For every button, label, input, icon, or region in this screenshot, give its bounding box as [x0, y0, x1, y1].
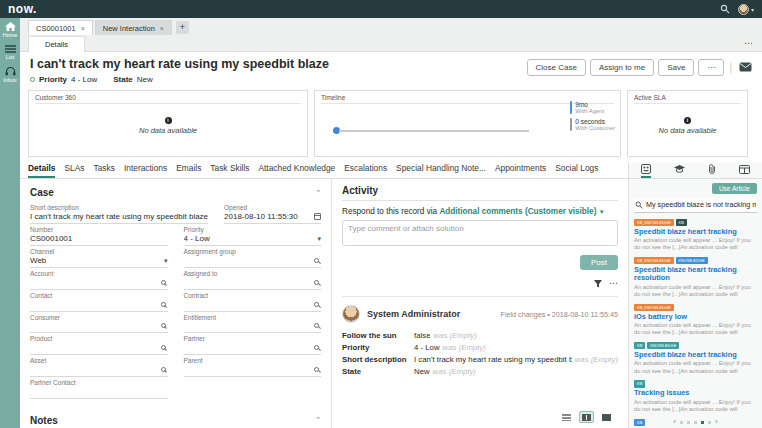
article-snippet: An activation code will appear ... Enjoy…	[634, 322, 757, 337]
split-view-button[interactable]	[579, 411, 594, 423]
form-field[interactable]: Short description I can't track my heart…	[30, 202, 208, 224]
form-field[interactable]: Entitlement	[184, 312, 322, 334]
sidebar-item-list[interactable]: List	[0, 45, 20, 60]
caret-icon[interactable]	[164, 256, 168, 265]
assist-search-box[interactable]: My speedbit blaze is not tracking my hea…	[634, 198, 757, 213]
record-section-tab[interactable]: Details	[28, 163, 55, 178]
tab-agent-assist[interactable]	[641, 163, 651, 178]
global-search-icon[interactable]	[720, 4, 730, 14]
article-title-link[interactable]: Speedbit blaze heart tracking	[634, 351, 757, 360]
top-bar: now. ▾	[0, 0, 762, 18]
record-section-tab[interactable]: Escalations	[344, 163, 387, 178]
search-icon[interactable]	[161, 323, 166, 328]
record-section-tab[interactable]: Tasks	[94, 163, 115, 178]
servicenow-logo: now.	[8, 2, 37, 16]
activity-stream: Activity Respond to this record via Addi…	[332, 179, 628, 428]
layout-toggles	[559, 411, 614, 423]
sidebar-item-home[interactable]: Home	[0, 22, 20, 38]
form-field[interactable]: Consumer	[30, 312, 168, 334]
article-title-link[interactable]: Speedbit blaze heart tracking resolution	[634, 266, 757, 283]
close-case-button[interactable]: Close Case	[527, 59, 586, 76]
save-button[interactable]: Save	[658, 59, 694, 76]
form-field[interactable]: Priority 4 - Low	[184, 224, 322, 246]
close-tab-icon[interactable]: ×	[160, 25, 164, 32]
knowledge-article[interactable]: KB Tracking issues An activation code wi…	[634, 380, 757, 413]
email-icon	[739, 62, 752, 72]
form-field[interactable]: Channel Web	[30, 246, 168, 268]
calendar-icon[interactable]	[314, 213, 321, 220]
search-icon[interactable]	[161, 345, 166, 350]
tab-attachments[interactable]	[708, 163, 716, 178]
form-field[interactable]: Partner Contact	[30, 377, 168, 399]
form-field[interactable]: Assignment group	[184, 246, 322, 268]
subtab-details[interactable]: Details	[28, 36, 85, 52]
caret-icon[interactable]	[317, 234, 321, 243]
form-field[interactable]: Opened 2018-08-10 11:55:30	[224, 202, 321, 224]
knowledge-article[interactable]: KB_KNOWLEDGEKNOWLEDGE Speedbit blaze hea…	[634, 257, 757, 299]
use-article-button[interactable]: Use Article	[712, 183, 757, 194]
stream-options-button[interactable]: ⋯	[609, 281, 618, 286]
search-icon[interactable]	[314, 302, 319, 307]
form-field[interactable]: Contract	[184, 290, 322, 312]
article-title-link[interactable]: Speedbit blaze heart tracking	[634, 228, 757, 237]
knowledge-article[interactable]: KBKNOWLEDGE Speedbit blaze heart trackin…	[634, 342, 757, 375]
search-icon[interactable]	[314, 323, 319, 328]
record-section-tab[interactable]: Social Logs	[555, 163, 598, 178]
form-field[interactable]: Contact	[30, 290, 168, 312]
comment-input[interactable]	[342, 220, 618, 246]
form-field[interactable]: Product	[30, 333, 168, 355]
search-icon[interactable]	[161, 367, 166, 372]
assist-search-input[interactable]: My speedbit blaze is not tracking my hea…	[646, 200, 756, 209]
pager-prev-icon[interactable]: ‹	[673, 419, 676, 425]
stream-view-button[interactable]	[559, 411, 574, 423]
pager-next-icon[interactable]: ›	[715, 419, 718, 425]
comment-type-selector[interactable]: Additional comments (Customer visible)	[439, 207, 596, 216]
compose-email-button[interactable]	[737, 57, 754, 77]
add-tab-button[interactable]: +	[176, 21, 189, 34]
priority-indicator-icon	[30, 77, 35, 82]
tab-knowledge[interactable]	[674, 163, 685, 178]
knowledge-article[interactable]: KB_KNOWLEDGEKB Speedbit blaze heart trac…	[634, 219, 757, 252]
record-section-tab[interactable]: SLAs	[64, 163, 84, 178]
sidebar-item-inbox[interactable]: Inbox	[0, 67, 20, 83]
post-button[interactable]: Post	[580, 255, 618, 270]
article-tag: KB	[676, 219, 687, 226]
form-field[interactable]: Partner	[184, 333, 322, 355]
form-field[interactable]: Parent	[184, 355, 322, 377]
close-tab-icon[interactable]: ×	[81, 25, 85, 32]
chevron-down-icon: ▼	[599, 209, 605, 215]
assign-to-me-button[interactable]: Assign to me	[590, 59, 654, 76]
collapse-section-icon[interactable]: ⌃	[315, 189, 321, 197]
record-section-tab[interactable]: Special Handling Note...	[396, 163, 486, 178]
search-icon[interactable]	[161, 302, 166, 307]
record-section-tab[interactable]: Appointments	[495, 163, 546, 178]
search-icon[interactable]	[314, 280, 319, 285]
article-title-link[interactable]: Tracking issues	[634, 389, 757, 398]
search-icon[interactable]	[161, 280, 166, 285]
form-field[interactable]: Assigned to	[184, 268, 322, 290]
priority-value: 4 - Low	[71, 75, 97, 84]
more-options-button[interactable]: ⋯	[744, 38, 754, 48]
form-field[interactable]: Account	[30, 268, 168, 290]
form-field[interactable]: Asset	[30, 355, 168, 377]
record-section-tab[interactable]: Emails	[176, 163, 201, 178]
home-icon	[5, 22, 16, 31]
record-section-tab[interactable]: Interactions	[124, 163, 167, 178]
search-icon[interactable]	[314, 258, 319, 263]
article-title-link[interactable]: iOs battery low	[634, 313, 757, 322]
user-menu[interactable]: ▾	[738, 4, 754, 15]
collapse-section-icon[interactable]: ⌃	[315, 416, 321, 424]
tab-case-record[interactable]: CS0001001 ×	[28, 20, 93, 35]
knowledge-article[interactable]: KB_KNOWLEDGE iOs battery low An activati…	[634, 304, 757, 337]
search-icon[interactable]	[314, 345, 319, 350]
filter-icon[interactable]	[594, 274, 602, 292]
form-field[interactable]: Number CS0001001	[30, 224, 168, 246]
tab-related-lists[interactable]	[739, 163, 750, 178]
full-view-button[interactable]	[599, 411, 614, 423]
tab-new-interaction[interactable]: New Interaction ×	[95, 20, 172, 35]
search-icon[interactable]	[314, 367, 319, 372]
timeline-track	[339, 130, 529, 132]
more-actions-button[interactable]: ⋯	[698, 59, 724, 76]
record-section-tab[interactable]: Task Skills	[210, 163, 249, 178]
record-section-tab[interactable]: Attached Knowledge	[258, 163, 335, 178]
